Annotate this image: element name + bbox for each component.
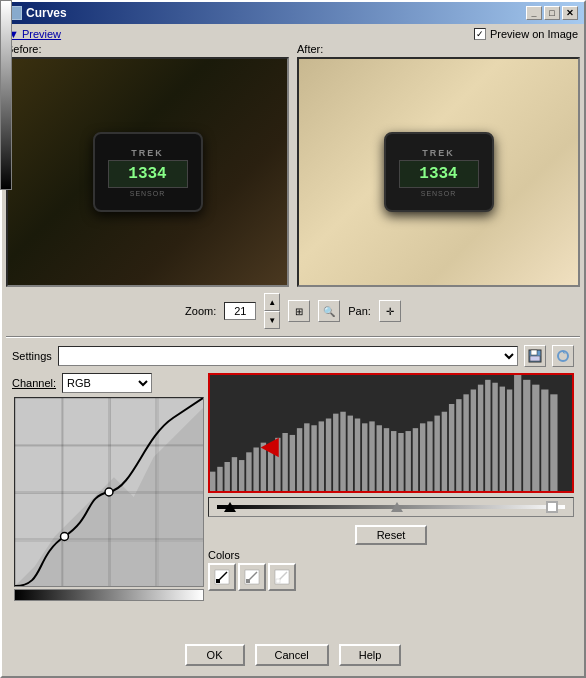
svg-rect-11 [210, 472, 215, 491]
svg-rect-45 [456, 399, 461, 491]
before-device: TREK 1334 SENSOR [93, 132, 203, 212]
svg-rect-37 [398, 433, 403, 491]
svg-rect-47 [471, 390, 476, 492]
window-body: ▼ Preview ✓ Preview on Image Before: TRE… [2, 24, 584, 676]
curves-left: Channel: RGB Red Green Blue [12, 373, 202, 635]
control-point-1[interactable] [105, 488, 113, 496]
midpoint-slider[interactable] [391, 502, 403, 512]
svg-rect-36 [391, 431, 396, 491]
svg-rect-55 [532, 385, 539, 491]
after-label: After: [297, 43, 580, 55]
input-slider-row[interactable] [208, 497, 574, 517]
settings-label: Settings [12, 350, 52, 362]
svg-rect-24 [304, 423, 309, 491]
svg-rect-30 [348, 416, 353, 491]
input-slider-track [217, 505, 565, 509]
svg-rect-23 [297, 428, 302, 491]
preview-on-image-checkbox[interactable]: ✓ [474, 28, 486, 40]
channel-label: Channel: [12, 377, 56, 389]
channel-select[interactable]: RGB Red Green Blue [62, 373, 152, 393]
svg-rect-28 [333, 414, 338, 491]
svg-rect-16 [246, 452, 251, 491]
svg-rect-27 [326, 419, 331, 492]
svg-rect-52 [507, 390, 512, 492]
black-eyedropper-icon [214, 569, 230, 585]
svg-rect-53 [514, 375, 521, 491]
svg-rect-44 [449, 404, 454, 491]
white-point-slider[interactable] [546, 501, 558, 513]
settings-reset-button[interactable] [552, 345, 574, 367]
pan-button[interactable]: ✛ [379, 300, 401, 322]
close-button[interactable]: ✕ [562, 6, 578, 20]
minimize-button[interactable]: _ [526, 6, 542, 20]
svg-rect-22 [290, 435, 295, 491]
preview-toggle[interactable]: ▼ Preview [8, 28, 61, 40]
preview-on-image-control: ✓ Preview on Image [474, 28, 578, 40]
preview-on-image-label: Preview on Image [490, 28, 578, 40]
black-point-eyedropper[interactable] [208, 563, 236, 591]
zoom-actual-button[interactable]: 🔍 [318, 300, 340, 322]
images-row: Before: TREK 1334 SENSOR [6, 43, 580, 287]
svg-rect-31 [355, 419, 360, 492]
zoom-down-button[interactable]: ▼ [264, 311, 280, 329]
reset-button[interactable]: Reset [355, 525, 428, 545]
zoom-input[interactable] [224, 302, 256, 320]
white-point-eyedropper[interactable] [268, 563, 296, 591]
title-bar: Curves _ □ ✕ [2, 2, 584, 24]
histogram-box [208, 373, 574, 493]
reset-row: Reset [208, 525, 574, 545]
svg-rect-14 [232, 457, 237, 491]
settings-save-button[interactable] [524, 345, 546, 367]
maximize-button[interactable]: □ [544, 6, 560, 20]
horizontal-gradient [14, 589, 204, 601]
svg-rect-17 [253, 448, 258, 492]
curves-graph-area [12, 397, 202, 601]
right-panel-inner: Reset Colors [208, 373, 574, 591]
control-point-2[interactable] [61, 533, 69, 541]
svg-rect-41 [427, 421, 432, 491]
before-label: Before: [6, 43, 289, 55]
svg-rect-21 [282, 433, 287, 491]
svg-rect-50 [492, 383, 497, 491]
before-device-screen: 1334 [108, 160, 188, 188]
preview-header: ▼ Preview ✓ Preview on Image [6, 28, 580, 40]
color-buttons [208, 563, 574, 591]
zoom-fit-button[interactable]: ⊞ [288, 300, 310, 322]
svg-rect-26 [319, 421, 324, 491]
svg-rect-40 [420, 423, 425, 491]
curves-graph[interactable] [14, 397, 204, 587]
zoom-up-button[interactable]: ▲ [264, 293, 280, 311]
title-bar-left: Curves [8, 6, 67, 20]
cancel-button[interactable]: Cancel [255, 644, 329, 666]
settings-bar: Settings [6, 342, 580, 370]
ok-button[interactable]: OK [185, 644, 245, 666]
reset-icon [556, 349, 570, 363]
pan-label: Pan: [348, 305, 371, 317]
curves-graph-col [14, 397, 204, 601]
svg-rect-33 [369, 421, 374, 491]
vertical-gradient [2, 24, 12, 190]
help-button[interactable]: Help [339, 644, 402, 666]
svg-rect-48 [478, 385, 483, 491]
after-device: TREK 1334 SENSOR [384, 132, 494, 212]
settings-dropdown[interactable] [58, 346, 518, 366]
after-device-digits: 1334 [419, 165, 457, 183]
before-image: TREK 1334 SENSOR [8, 59, 287, 285]
svg-rect-34 [377, 425, 382, 491]
svg-rect-13 [224, 462, 229, 491]
title-bar-controls: _ □ ✕ [526, 6, 578, 20]
svg-rect-1 [531, 350, 537, 355]
svg-rect-60 [216, 579, 220, 583]
svg-rect-39 [413, 428, 418, 491]
svg-rect-25 [311, 425, 316, 491]
gray-point-eyedropper[interactable] [238, 563, 266, 591]
svg-rect-12 [217, 467, 222, 491]
svg-rect-38 [405, 431, 410, 491]
zoom-label: Zoom: [185, 305, 216, 317]
white-eyedropper-icon [274, 569, 290, 585]
curves-window: Curves _ □ ✕ ▼ Preview ✓ Preview on Imag… [0, 0, 586, 678]
before-device-brand: TREK [131, 148, 164, 158]
curves-svg [15, 398, 203, 586]
before-image-container: Before: TREK 1334 SENSOR [6, 43, 289, 287]
black-point-slider[interactable] [224, 502, 236, 512]
